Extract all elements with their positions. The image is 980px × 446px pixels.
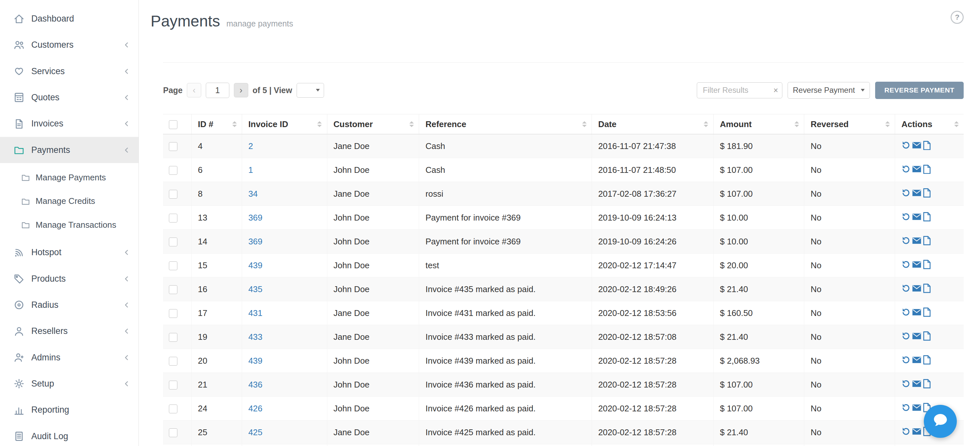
- invoice-link[interactable]: 369: [248, 237, 262, 246]
- column-header-reversed[interactable]: Reversed: [804, 115, 895, 134]
- row-checkbox[interactable]: [169, 381, 178, 389]
- column-header-customer[interactable]: Customer: [327, 115, 419, 134]
- invoice-link[interactable]: 439: [248, 261, 262, 270]
- reverse-payment-icon[interactable]: [902, 284, 910, 293]
- clear-filter-icon[interactable]: ×: [773, 86, 778, 94]
- column-header-amount[interactable]: Amount: [713, 115, 804, 134]
- reverse-payment-icon[interactable]: [902, 260, 910, 269]
- invoice-link[interactable]: 435: [248, 285, 262, 294]
- invoice-link[interactable]: 2: [248, 142, 253, 151]
- row-checkbox[interactable]: [169, 166, 178, 175]
- row-checkbox[interactable]: [169, 333, 178, 342]
- sidebar-item-services[interactable]: Services: [0, 58, 138, 84]
- sort-icon[interactable]: [704, 121, 708, 127]
- invoice-link[interactable]: 34: [248, 189, 258, 198]
- next-page-button[interactable]: ›: [234, 83, 248, 97]
- sidebar-item-customers[interactable]: Customers: [0, 32, 138, 58]
- filter-input[interactable]: [697, 82, 783, 99]
- page-number-input[interactable]: [206, 83, 230, 98]
- pdf-icon[interactable]: [923, 165, 931, 174]
- prev-page-button[interactable]: ‹: [187, 83, 201, 97]
- pdf-icon[interactable]: [923, 355, 931, 365]
- pdf-icon[interactable]: [923, 260, 931, 269]
- invoice-link[interactable]: 425: [248, 428, 262, 437]
- sidebar-item-admins[interactable]: Admins: [0, 344, 138, 371]
- email-icon[interactable]: [912, 213, 921, 220]
- email-icon[interactable]: [912, 404, 921, 411]
- email-icon[interactable]: [912, 261, 921, 268]
- sidebar-item-audit-log[interactable]: Audit Log: [0, 423, 138, 446]
- sidebar-item-setup[interactable]: Setup: [0, 371, 138, 397]
- sidebar-item-hotspot[interactable]: Hotspot: [0, 239, 138, 266]
- bulk-action-select[interactable]: Reverse Payment: [788, 82, 870, 99]
- reverse-payment-icon[interactable]: [902, 212, 910, 221]
- column-header-actions[interactable]: Actions: [895, 115, 964, 134]
- reverse-payment-icon[interactable]: [902, 379, 910, 388]
- sort-icon[interactable]: [409, 121, 414, 127]
- row-checkbox[interactable]: [169, 285, 178, 294]
- email-icon[interactable]: [912, 166, 921, 172]
- invoice-link[interactable]: 436: [248, 380, 262, 389]
- pdf-icon[interactable]: [923, 379, 931, 389]
- reverse-payment-button[interactable]: REVERSE PAYMENT: [875, 82, 964, 99]
- invoice-link[interactable]: 369: [248, 213, 262, 222]
- help-button[interactable]: ?: [951, 11, 964, 24]
- sort-icon[interactable]: [794, 121, 799, 127]
- chat-widget-button[interactable]: [924, 405, 957, 438]
- email-icon[interactable]: [912, 285, 921, 292]
- reverse-payment-icon[interactable]: [902, 427, 910, 436]
- sort-icon[interactable]: [582, 121, 587, 127]
- select-all-checkbox[interactable]: [169, 120, 178, 129]
- reverse-payment-icon[interactable]: [902, 141, 910, 150]
- column-header-id-[interactable]: ID #: [191, 115, 242, 134]
- row-checkbox[interactable]: [169, 237, 178, 246]
- reverse-payment-icon[interactable]: [902, 403, 910, 412]
- invoice-link[interactable]: 431: [248, 309, 262, 318]
- email-icon[interactable]: [912, 237, 921, 244]
- sidebar-item-reporting[interactable]: Reporting: [0, 397, 138, 423]
- pdf-icon[interactable]: [923, 331, 931, 341]
- sidebar-item-invoices[interactable]: Invoices: [0, 111, 138, 137]
- sort-icon[interactable]: [317, 121, 322, 127]
- pdf-icon[interactable]: [923, 141, 931, 150]
- sidebar-item-radius[interactable]: Radius: [0, 292, 138, 318]
- sidebar-subitem-manage-payments[interactable]: Manage Payments: [0, 166, 138, 190]
- reverse-payment-icon[interactable]: [902, 308, 910, 317]
- column-header-reference[interactable]: Reference: [419, 115, 592, 134]
- sidebar-item-dashboard[interactable]: Dashboard: [0, 6, 138, 32]
- row-checkbox[interactable]: [169, 309, 178, 318]
- view-count-select[interactable]: [297, 83, 324, 98]
- email-icon[interactable]: [912, 309, 921, 315]
- row-checkbox[interactable]: [169, 357, 178, 366]
- pdf-icon[interactable]: [923, 236, 931, 245]
- reverse-payment-icon[interactable]: [902, 188, 910, 198]
- row-checkbox[interactable]: [169, 261, 178, 270]
- sidebar-subitem-manage-credits[interactable]: Manage Credits: [0, 190, 138, 213]
- sort-icon[interactable]: [232, 121, 237, 127]
- invoice-link[interactable]: 439: [248, 356, 262, 365]
- reverse-payment-icon[interactable]: [902, 331, 910, 341]
- invoice-link[interactable]: 1: [248, 165, 253, 174]
- pdf-icon[interactable]: [923, 307, 931, 317]
- invoice-link[interactable]: 426: [248, 404, 262, 413]
- sidebar-item-quotes[interactable]: Quotes: [0, 84, 138, 110]
- email-icon[interactable]: [912, 380, 921, 387]
- row-checkbox[interactable]: [169, 190, 178, 199]
- sort-icon[interactable]: [885, 121, 890, 127]
- sidebar-item-payments[interactable]: Payments: [0, 137, 138, 163]
- invoice-link[interactable]: 433: [248, 332, 262, 341]
- row-checkbox[interactable]: [169, 142, 178, 151]
- email-icon[interactable]: [912, 428, 921, 435]
- column-header-date[interactable]: Date: [592, 115, 713, 134]
- sidebar-item-products[interactable]: Products: [0, 266, 138, 292]
- sidebar-subitem-manage-transactions[interactable]: Manage Transactions: [0, 213, 138, 237]
- row-checkbox[interactable]: [169, 214, 178, 223]
- pdf-icon[interactable]: [923, 284, 931, 293]
- reverse-payment-icon[interactable]: [902, 236, 910, 245]
- reverse-payment-icon[interactable]: [902, 165, 910, 174]
- pdf-icon[interactable]: [923, 212, 931, 221]
- pdf-icon[interactable]: [923, 188, 931, 198]
- email-icon[interactable]: [912, 190, 921, 196]
- reverse-payment-icon[interactable]: [902, 355, 910, 364]
- sort-icon[interactable]: [954, 121, 959, 127]
